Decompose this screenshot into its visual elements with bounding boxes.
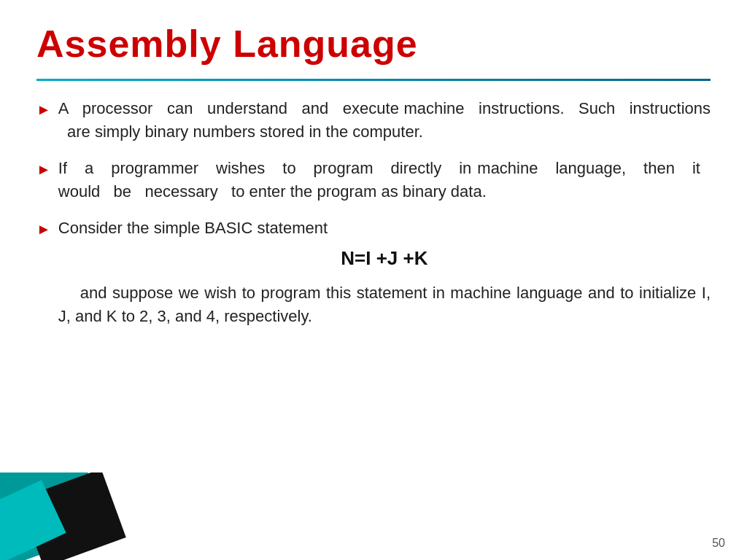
slide-title: Assembly Language bbox=[36, 22, 711, 66]
bullet-item-1: ► A processor can understand and execute… bbox=[36, 97, 711, 144]
formula: N=I +J +K bbox=[58, 245, 711, 273]
bullet-item-2: ► If a programmer wishes to program dire… bbox=[36, 157, 711, 203]
page-number: 50 bbox=[712, 537, 725, 550]
bullet-text-1: A processor can understand and execute m… bbox=[58, 97, 711, 144]
bullet-arrow-3: ► bbox=[36, 219, 51, 240]
bullet-arrow-1: ► bbox=[36, 99, 51, 120]
bullet-item-3: ► Consider the simple BASIC statement N=… bbox=[36, 217, 711, 328]
slide: Assembly Language ► A processor can unde… bbox=[0, 0, 747, 560]
bullet3-continuation: and suppose we wish to program this stat… bbox=[58, 284, 711, 325]
bullet-text-2: If a programmer wishes to program direct… bbox=[58, 157, 711, 203]
bullet-text-3: Consider the simple BASIC statement N=I … bbox=[58, 217, 711, 328]
corner-decoration bbox=[0, 472, 146, 560]
slide-content: ► A processor can understand and execute… bbox=[36, 97, 711, 328]
title-divider bbox=[36, 79, 711, 81]
bullet-arrow-2: ► bbox=[36, 159, 51, 180]
bullet3-intro: Consider the simple BASIC statement bbox=[58, 219, 328, 237]
